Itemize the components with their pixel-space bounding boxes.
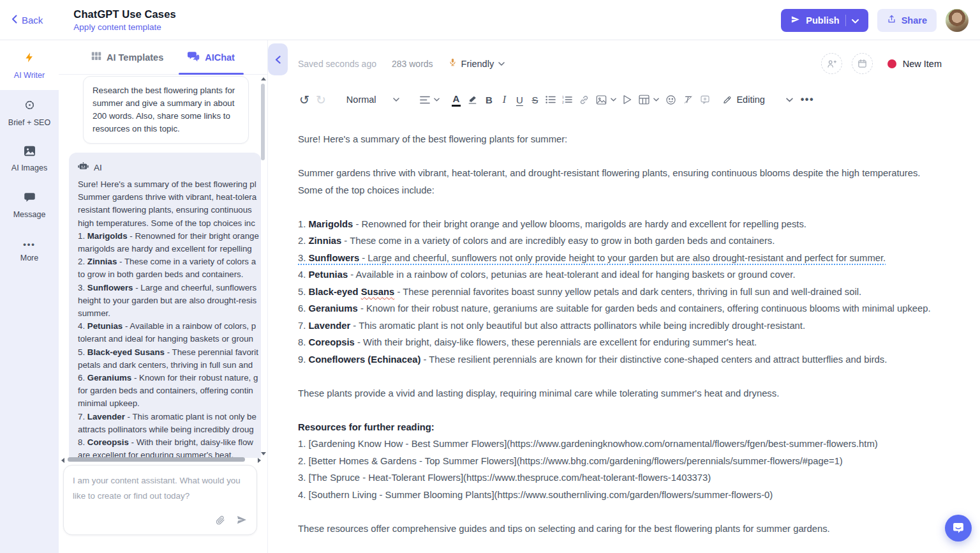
send-plane-icon xyxy=(791,15,800,26)
chevron-down-icon xyxy=(786,98,793,102)
chat-horizontal-scrollbar[interactable] xyxy=(61,457,261,463)
numbered-list-button[interactable]: 12 xyxy=(559,90,575,109)
scroll-thumb[interactable] xyxy=(261,84,265,160)
editor-pane: Saved seconds ago 283 words Friendly New… xyxy=(268,40,980,553)
rail-item-ai-images[interactable]: AI Images xyxy=(0,136,59,182)
send-icon[interactable] xyxy=(235,514,248,528)
editor-gap xyxy=(298,402,935,419)
rail-item-ai-writer[interactable]: AI Writer xyxy=(0,40,59,90)
chevron-down-icon xyxy=(434,98,440,102)
editor-line: These resources offer comprehensive guid… xyxy=(298,520,935,538)
text-color-button[interactable]: A xyxy=(449,90,464,109)
chevron-down-icon xyxy=(653,98,659,102)
editor-content[interactable]: Sure! Here's a summary of the best flowe… xyxy=(298,131,935,553)
undo-button[interactable]: ↺ xyxy=(296,90,313,109)
redo-button[interactable]: ↻ xyxy=(313,90,329,109)
apply-content-template-link[interactable]: Apply content template xyxy=(73,22,175,32)
image-icon xyxy=(24,146,36,159)
support-chat-button[interactable] xyxy=(945,515,972,542)
table-dropdown[interactable] xyxy=(635,90,662,109)
chat-bubbles-icon xyxy=(188,51,200,64)
publish-button[interactable]: Publish xyxy=(781,9,868,32)
chat-input[interactable] xyxy=(64,466,256,511)
numbered-list-icon: 12 xyxy=(562,95,572,104)
editor-gap xyxy=(298,148,935,165)
svg-text:2: 2 xyxy=(562,101,564,104)
share-button[interactable]: Share xyxy=(877,9,937,32)
comment-button[interactable] xyxy=(697,90,713,109)
tab-label: AIChat xyxy=(205,52,235,63)
editor-line: 4. Petunias - Available in a rainbow of … xyxy=(298,266,935,284)
status-dot xyxy=(887,59,896,68)
chat-vertical-scrollbar[interactable] xyxy=(260,76,266,457)
align-dropdown[interactable] xyxy=(417,90,443,109)
editor-line: Sure! Here's a summary of the best flowe… xyxy=(298,131,935,148)
page-title: ChatGPT Use Cases xyxy=(73,8,175,20)
header-actions: Publish Share xyxy=(781,0,969,40)
invite-collaborator-button[interactable] xyxy=(821,53,842,74)
scroll-right-arrow[interactable] xyxy=(258,458,261,463)
toolbar-more-button[interactable]: ••• xyxy=(798,90,817,109)
bullet-list-button[interactable] xyxy=(542,90,559,109)
rail-item-label: AI Writer xyxy=(14,71,45,80)
divider xyxy=(845,15,846,26)
paperclip-icon[interactable] xyxy=(215,515,225,528)
scroll-down-arrow[interactable] xyxy=(261,452,266,455)
schedule-button[interactable] xyxy=(852,53,873,74)
editor-top-actions: New Item xyxy=(821,53,942,74)
embed-button[interactable] xyxy=(620,90,635,109)
top-header: Back ChatGPT Use Cases Apply content tem… xyxy=(0,0,980,40)
editor-line: Resources for further reading: xyxy=(298,419,935,436)
rail-item-brief-seo[interactable]: Brief + SEO xyxy=(0,90,59,136)
lightning-bolt-icon xyxy=(24,51,35,66)
chat-line: 6. Geraniums - Known for their robust na… xyxy=(69,372,261,384)
chat-line: summer. xyxy=(69,307,261,320)
chat-line: 8. Coreopsis - With their bright, daisy-… xyxy=(69,436,261,449)
tab-ai-chat[interactable]: AIChat xyxy=(188,40,235,75)
rail-item-more[interactable]: ••• More xyxy=(0,228,59,274)
bold-button[interactable]: B xyxy=(481,90,496,109)
new-item-status[interactable]: New Item xyxy=(887,59,942,69)
emoji-button[interactable] xyxy=(662,90,679,109)
link-button[interactable] xyxy=(575,90,593,109)
collapse-panel-button[interactable] xyxy=(268,43,288,75)
editor-line: 3. [The Spruce - Heat-Tolerant Flowers](… xyxy=(298,469,935,487)
clear-format-button[interactable] xyxy=(679,90,697,109)
scroll-up-arrow[interactable] xyxy=(261,77,266,80)
back-button[interactable]: Back xyxy=(11,15,43,26)
clear-format-icon xyxy=(683,95,694,105)
scroll-thumb[interactable] xyxy=(68,457,245,462)
left-nav-rail: AI Writer Brief + SEO AI Images Message … xyxy=(0,40,59,553)
italic-button[interactable]: I xyxy=(496,90,512,109)
strikethrough-button[interactable]: S xyxy=(527,90,542,109)
chevron-down-icon xyxy=(498,62,505,66)
share-icon xyxy=(887,14,896,26)
editing-mode-dropdown[interactable]: Editing xyxy=(719,90,768,109)
tone-selector[interactable]: Friendly xyxy=(449,57,505,70)
editor-line: These plants provide a vivid and lasting… xyxy=(298,385,935,402)
ai-chat-panel: AI Templates AIChat Research the best fl… xyxy=(59,40,268,553)
chat-line: Summer gardens thrive with vibrant, heat… xyxy=(69,191,261,204)
back-label: Back xyxy=(22,15,43,26)
rail-item-label: Message xyxy=(13,210,46,219)
underline-button[interactable]: U xyxy=(512,90,527,109)
chevron-down-icon[interactable] xyxy=(852,15,859,26)
editor-line: 2. [Better Homes & Gardens - Top Summer … xyxy=(298,453,935,470)
ai-message-header: AI xyxy=(69,160,261,178)
tab-ai-templates[interactable]: AI Templates xyxy=(91,40,163,75)
chevron-left-icon xyxy=(275,56,281,64)
rail-item-message[interactable]: Message xyxy=(0,182,59,228)
paragraph-style-dropdown[interactable]: Normal xyxy=(343,90,403,109)
image-dropdown[interactable] xyxy=(593,90,620,109)
chat-line: petals and dark centers, thriving in ful… xyxy=(69,359,261,372)
user-avatar[interactable] xyxy=(946,9,969,32)
mode-chevron[interactable] xyxy=(782,90,798,109)
scroll-left-arrow[interactable] xyxy=(61,458,64,463)
input-actions xyxy=(215,514,248,528)
highlight-button[interactable] xyxy=(464,90,481,109)
chevron-left-icon xyxy=(11,15,17,26)
user-message: Research the best flowering plants for s… xyxy=(83,76,249,144)
chat-line: high temperatures. Some of the top choic… xyxy=(69,217,261,230)
chevron-down-icon xyxy=(611,98,616,102)
chat-line: 5. Black-eyed Susans - These perennial f… xyxy=(69,346,261,359)
